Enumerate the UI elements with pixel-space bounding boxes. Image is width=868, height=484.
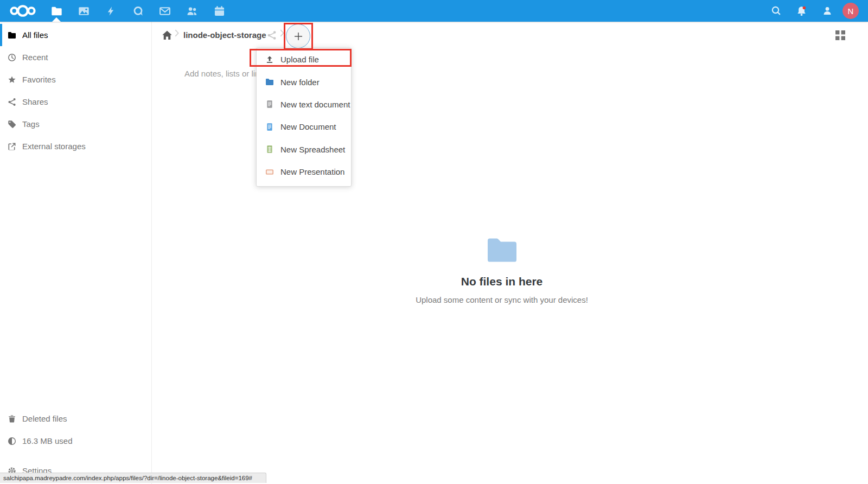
menu-item-new-presentation[interactable]: New Presentation: [257, 161, 351, 183]
spreadsheet-icon: [265, 145, 274, 154]
clock-icon: [8, 53, 16, 62]
breadcrumb-folder[interactable]: linode-object-storage: [183, 30, 266, 40]
menu-item-label: New text document: [280, 100, 350, 109]
app-calendar[interactable]: [206, 0, 233, 22]
empty-folder-icon: [487, 237, 518, 265]
nextcloud-files-app: N All files Recent Favorites Shares: [0, 0, 868, 484]
sidebar-item-label: External storages: [22, 142, 86, 151]
notifications-button[interactable]: [789, 0, 814, 22]
sidebar-item-label: Recent: [22, 53, 48, 62]
chevron-right-icon: [280, 29, 285, 39]
search-icon: [771, 5, 782, 16]
menu-item-label: New Document: [280, 122, 336, 131]
empty-state-subtitle: Upload some content or sync with your de…: [152, 295, 852, 304]
app-photos[interactable]: [70, 0, 97, 22]
active-app-indicator: [52, 17, 61, 22]
files-sidebar: All files Recent Favorites Shares Tags E…: [0, 22, 152, 484]
bell-icon: [796, 5, 807, 17]
sidebar-item-deleted-files[interactable]: Deleted files: [0, 407, 151, 430]
files-folder-icon: [51, 5, 62, 17]
menu-item-new-spreadsheet[interactable]: New Spreadsheet: [257, 138, 351, 161]
sidebar-item-label: Tags: [22, 119, 40, 129]
sidebar-item-favorites[interactable]: Favorites: [0, 68, 151, 91]
contacts-people-icon: [186, 5, 198, 17]
folder-icon: [8, 31, 16, 40]
app-mail[interactable]: [151, 0, 178, 22]
contacts-menu-button[interactable]: [814, 0, 840, 22]
menu-item-new-text-document[interactable]: New text document: [257, 93, 351, 116]
empty-folder-state: No files in here Upload some content or …: [152, 237, 852, 304]
sidebar-item-label: Deleted files: [22, 414, 67, 423]
upload-icon: [265, 55, 274, 64]
menu-item-label: Upload file: [280, 55, 319, 64]
app-files[interactable]: [43, 0, 70, 22]
app-talk[interactable]: [124, 0, 151, 22]
empty-state-title: No files in here: [152, 275, 852, 288]
person-icon: [822, 5, 833, 16]
presentation-icon: [265, 168, 274, 176]
menu-item-label: New folder: [280, 78, 320, 87]
menu-item-upload-file[interactable]: Upload file: [257, 48, 351, 71]
quota-label: 16.3 MB used: [22, 436, 73, 445]
statusbar-url: salchipapa.madreypadre.com/index.php/app…: [3, 475, 252, 481]
nextcloud-logo[interactable]: [7, 3, 40, 18]
sidebar-item-recent[interactable]: Recent: [0, 46, 151, 68]
home-icon: [162, 30, 173, 41]
calendar-icon: [214, 5, 225, 17]
star-icon: [8, 75, 16, 84]
sidebar-item-label: All files: [22, 30, 48, 40]
sidebar-item-tags[interactable]: Tags: [0, 113, 151, 135]
rich-workspace-placeholder[interactable]: Add notes, lists or lin: [184, 69, 259, 78]
new-file-menu: Upload file New folder New text document…: [256, 48, 352, 187]
files-controls-bar: linode-object-storage: [152, 22, 868, 50]
link-preview-statusbar: salchipapa.madreypadre.com/index.php/app…: [0, 473, 266, 483]
tag-icon: [8, 120, 16, 129]
chevron-right-icon: [175, 29, 180, 39]
sidebar-item-external-storages[interactable]: External storages: [0, 135, 151, 157]
lightning-icon: [106, 5, 116, 17]
document-icon: [265, 123, 274, 131]
avatar[interactable]: N: [843, 3, 859, 19]
app-activity[interactable]: [97, 0, 124, 22]
search-button[interactable]: [763, 0, 789, 22]
talk-bubble-icon: [132, 5, 144, 17]
external-storage-icon: [8, 142, 16, 151]
grid-view-icon: [835, 30, 845, 40]
sidebar-item-label: Shares: [22, 97, 48, 106]
menu-item-new-folder[interactable]: New folder: [257, 71, 351, 93]
app-contacts[interactable]: [178, 0, 206, 22]
sidebar-item-all-files[interactable]: All files: [0, 24, 151, 46]
text-document-icon: [265, 100, 274, 109]
user-menu-button[interactable]: N: [840, 0, 861, 22]
menu-item-label: New Presentation: [280, 167, 344, 176]
folder-blue-icon: [265, 78, 274, 86]
menu-item-label: New Spreadsheet: [280, 145, 345, 154]
share-variant-icon[interactable]: [267, 30, 277, 42]
photos-icon: [78, 5, 90, 17]
sidebar-item-quota: 16.3 MB used: [0, 430, 151, 452]
nextcloud-logo-icon: [7, 3, 39, 18]
trash-icon: [8, 415, 16, 423]
menu-item-new-document[interactable]: New Document: [257, 116, 351, 138]
quota-icon: [8, 437, 16, 445]
top-bar: N: [0, 0, 868, 22]
mail-envelope-icon: [159, 5, 171, 17]
new-file-menu-button[interactable]: [286, 24, 310, 48]
sidebar-item-label: Favorites: [22, 75, 56, 84]
breadcrumb-home[interactable]: [162, 30, 173, 43]
share-icon: [8, 98, 16, 106]
plus-icon: [293, 31, 304, 42]
grid-view-toggle[interactable]: [835, 30, 845, 42]
unread-dot: [803, 6, 806, 9]
sidebar-item-shares[interactable]: Shares: [0, 91, 151, 113]
